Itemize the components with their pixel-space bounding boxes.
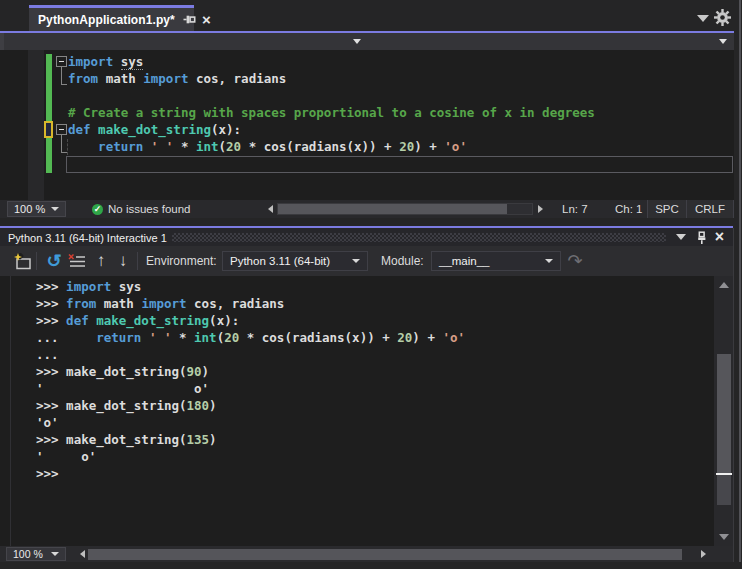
code-token: ) bbox=[209, 432, 217, 447]
code-token: from bbox=[66, 296, 104, 311]
environment-label: Environment: bbox=[146, 254, 217, 268]
code-token: * cos(radians(x)) + bbox=[241, 139, 399, 154]
status-line-ending[interactable]: CRLF bbox=[686, 200, 734, 218]
repl-line: >>> def make_dot_string(x): bbox=[36, 312, 465, 329]
code-token: 90 bbox=[187, 364, 202, 379]
code-token: ) bbox=[209, 398, 217, 413]
pin-icon bbox=[183, 13, 196, 26]
navbar-members-dropdown[interactable] bbox=[372, 33, 734, 50]
reset-repl-button[interactable]: ↺ bbox=[44, 251, 64, 271]
toolbar-separator bbox=[36, 252, 37, 270]
code-token: >>> bbox=[36, 279, 66, 294]
code-token: sys bbox=[121, 54, 144, 70]
fold-collapse-button[interactable] bbox=[56, 124, 67, 135]
document-tab-title: PythonApplication1.py* bbox=[38, 13, 175, 27]
document-tab[interactable]: PythonApplication1.py* × bbox=[29, 5, 194, 31]
chevron-down-icon bbox=[353, 39, 361, 44]
code-token: def bbox=[66, 313, 96, 328]
h-scroll-left-arrow[interactable] bbox=[80, 550, 85, 558]
repl-line: ... return ' ' * int(20 * cos(radians(x)… bbox=[36, 329, 465, 346]
status-insert-mode[interactable]: SPC bbox=[647, 200, 686, 218]
code-token: def bbox=[68, 122, 98, 137]
editor-settings-gear-button[interactable] bbox=[713, 8, 733, 28]
editor-zoom-value: 100 % bbox=[14, 203, 45, 215]
interactive-window-title: Python 3.11 (64-bit) Interactive 1 bbox=[8, 232, 167, 244]
code-token: from bbox=[68, 71, 106, 86]
fold-collapse-button[interactable] bbox=[56, 56, 67, 67]
code-token: >>> make_dot_string( bbox=[36, 432, 187, 447]
editor-indicator-margin[interactable] bbox=[28, 50, 44, 200]
code-token: make_dot_string bbox=[98, 122, 211, 137]
history-previous-button[interactable]: ↑ bbox=[91, 251, 111, 271]
send-to-interactive-button-disabled[interactable]: ↷ bbox=[565, 251, 585, 271]
editor-code-line: # Create a string with spaces proportion… bbox=[68, 104, 595, 121]
code-token: * cos(radians(x)) + bbox=[239, 330, 397, 345]
new-interactive-window-button[interactable] bbox=[12, 251, 32, 271]
editor-h-scrollbar-thumb[interactable] bbox=[278, 204, 507, 214]
h-scroll-right-arrow[interactable] bbox=[701, 550, 706, 558]
chevron-down-icon bbox=[352, 259, 360, 263]
environment-value: Python 3.11 (64-bit) bbox=[230, 255, 330, 267]
h-scroll-left-arrow[interactable] bbox=[268, 205, 273, 213]
gear-icon bbox=[713, 8, 732, 27]
repl-bottom-bar: 100 % bbox=[0, 546, 734, 562]
code-token: >>> bbox=[36, 296, 66, 311]
repl-line: >>> make_dot_string(135) bbox=[36, 431, 465, 448]
fold-extent-end bbox=[61, 84, 67, 85]
editor-status-bar: 100 % ✓ No issues found Ln: 7 Ch: 1 SPC … bbox=[0, 200, 734, 218]
pin-icon bbox=[696, 231, 708, 245]
navbar-types-dropdown[interactable] bbox=[0, 33, 368, 50]
code-token: import bbox=[141, 296, 194, 311]
tab-pin-button[interactable] bbox=[183, 13, 196, 26]
code-token: 'o' bbox=[444, 139, 467, 154]
interactive-repl-area[interactable]: >>> import sys>>> from math import cos, … bbox=[0, 276, 734, 546]
clear-screen-icon bbox=[68, 254, 85, 269]
code-token: cos, radians bbox=[194, 296, 284, 311]
code-token: >>> make_dot_string( bbox=[36, 364, 187, 379]
code-token: 135 bbox=[187, 432, 210, 447]
v-scroll-up-arrow[interactable] bbox=[719, 282, 729, 288]
repl-v-scrollbar[interactable] bbox=[714, 276, 734, 546]
code-token: (x): bbox=[211, 122, 241, 137]
repl-line: ... bbox=[36, 346, 465, 363]
window-pin-button[interactable] bbox=[696, 231, 708, 244]
repl-margin-divider bbox=[10, 276, 11, 546]
issues-status-text: No issues found bbox=[108, 203, 190, 215]
chevron-down-icon bbox=[697, 15, 709, 22]
repl-line: >>> bbox=[36, 465, 465, 482]
repl-v-scrollbar-thumb-lower[interactable] bbox=[717, 475, 731, 505]
code-token: >>> bbox=[36, 466, 59, 481]
fold-extent-line bbox=[61, 67, 62, 84]
chevron-down-icon bbox=[719, 39, 727, 44]
repl-zoom-dropdown[interactable]: 100 % bbox=[6, 547, 66, 561]
status-line-number: Ln: 7 bbox=[562, 203, 588, 215]
clear-screen-button[interactable] bbox=[66, 251, 86, 271]
code-token: ) + bbox=[412, 330, 442, 345]
editor-code-line: import sys bbox=[68, 53, 595, 70]
window-right-border bbox=[739, 0, 741, 569]
tab-close-button[interactable]: × bbox=[202, 13, 211, 27]
window-position-menu-button[interactable] bbox=[676, 234, 688, 241]
code-token: 'o' bbox=[36, 415, 59, 430]
v-scroll-down-arrow[interactable] bbox=[719, 534, 729, 540]
environment-dropdown[interactable]: Python 3.11 (64-bit) bbox=[222, 251, 368, 271]
code-token: math bbox=[104, 296, 142, 311]
repl-line: >>> make_dot_string(180) bbox=[36, 397, 465, 414]
editor-zoom-dropdown[interactable]: 100 % bbox=[7, 201, 66, 217]
h-scroll-right-arrow[interactable] bbox=[538, 205, 543, 213]
repl-v-scrollbar-thumb[interactable] bbox=[717, 354, 731, 473]
history-next-button[interactable]: ↓ bbox=[113, 251, 133, 271]
code-token: >>> make_dot_string( bbox=[36, 398, 187, 413]
code-editor[interactable]: import sysfrom math import cos, radians … bbox=[0, 50, 734, 200]
window-close-button[interactable]: × bbox=[712, 229, 727, 245]
interactive-window-title-bar[interactable]: Python 3.11 (64-bit) Interactive 1 × bbox=[0, 226, 733, 246]
code-token: ( bbox=[219, 139, 227, 154]
repl-h-scrollbar-thumb[interactable] bbox=[88, 549, 682, 560]
code-token: * bbox=[171, 330, 194, 345]
code-token: return bbox=[98, 139, 151, 154]
code-token: >>> bbox=[36, 313, 66, 328]
module-dropdown[interactable]: __main__ bbox=[431, 251, 561, 271]
code-token: ' ' bbox=[151, 139, 174, 154]
tab-list-dropdown-button[interactable] bbox=[697, 15, 713, 25]
editor-code-line: from math import cos, radians bbox=[68, 70, 595, 87]
